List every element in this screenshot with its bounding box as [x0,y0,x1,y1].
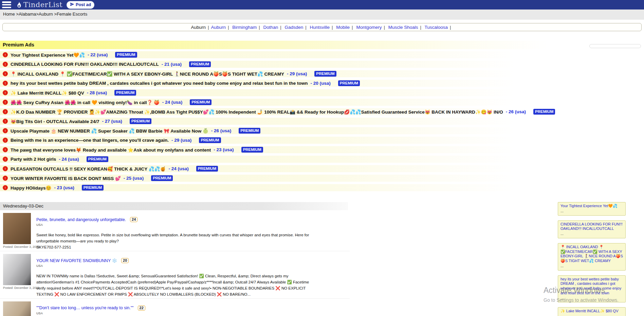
premium-ad-row[interactable]: ↑ Upscale Playmate 🎂 NEW NUMBER 💦 Super … [0,127,644,134]
listing-age-badge: 20 [121,258,129,263]
bump-up-icon: ↑ [3,119,8,124]
premium-ad-row[interactable]: ↑ 🌺🌺 Sexy CuRvy Asian 🌺🌺 in call 🧡 visit… [0,99,644,106]
premium-ad-title-link[interactable]: Upscale Playmate 🎂 NEW NUMBER 💦 Super So… [11,128,208,134]
premium-ad-title-link[interactable]: The pawg that everyone loves🦊 Ready and … [11,147,211,153]
listing-title-link[interactable]: ""Don't stare too long… unless you're re… [36,305,134,310]
premium-ad-title-link[interactable]: 🌺🌺 Sexy CuRvy Asian 🌺🌺 in call 🧡 visitin… [11,100,160,105]
premium-ad-title-link[interactable]: Your Tightest Experience Yet🧡💦 [11,52,85,58]
listing-item: Posted: December 3, 2025 ""Don't stare t… [0,299,350,316]
city-link[interactable]: Montgomery [356,25,382,30]
premium-ad-row[interactable]: ↑ hey its your best wettes petite baby D… [0,80,644,87]
premium-ad-title-link[interactable]: PLEASANTON OUTCALLS !! SEXY KOREAN🥰 THIC… [11,166,166,172]
listing-body: ""Don't stare too long… unless you're re… [36,301,350,316]
listing-location: USA [36,223,350,226]
premium-ad-row[interactable]: ↑ Party with 2 Hot girls - 24 (usa) PREM… [0,156,644,163]
premium-badge: PREMIUM [190,99,211,105]
sidebar-ad-box[interactable]: 📍 INCALL OAKLAND 📍 ✅FACETIME/CAR✅ WITH A… [558,243,626,271]
sidebar-ad-link[interactable]: hey its your best wettes petite baby DRE… [560,277,623,296]
city-link[interactable]: Auburn [211,25,226,30]
city-link[interactable]: Muscle Shoals [388,25,418,30]
post-ad-label: Post ad [76,2,91,7]
premium-ad-title-link[interactable]: 📍 INCALL OAKLAND 📍 ✅FACETIME/CAR✅ WITH A… [11,71,284,77]
premium-ads-section: Premium Ads ↑ Your Tightest Experience Y… [0,41,644,191]
listing-location: USA [36,264,350,268]
premium-ad-age: - 21 (usa) [162,62,182,67]
sidebar-ad-box[interactable]: hey its your best wettes petite baby DRE… [558,275,626,303]
premium-ad-age: - 26 (usa) [506,109,526,114]
city-separator: | [450,25,451,30]
premium-ad-row[interactable]: ↑ Being with me is an experience—one tha… [0,137,644,144]
premium-ad-title-link[interactable]: Being with me is an experience—one that … [11,138,169,143]
listing-description: Sweet like honey, bold like espresso. Pe… [36,232,314,244]
listing-thumb-column: Posted: December 3, 2025 [3,254,32,297]
premium-ad-row[interactable]: ↑ PLEASANTON OUTCALLS !! SEXY KOREAN🥰 TH… [0,165,644,172]
sidebar-ad-link[interactable]: 📍 INCALL OAKLAND 📍 ✅FACETIME/CAR✅ WITH A… [560,245,623,263]
city-nav-bar: Auburn | Auburn| Birmingham| Dothan| Gad… [2,23,642,31]
premium-ad-age: - 24 (usa) [162,100,182,105]
site-logo[interactable]: TinderList [15,1,62,9]
brand-name: TinderList [23,1,62,9]
premium-ad-age: - 20 (usa) [310,81,330,86]
premium-ad-row[interactable]: ↑ CINDERELLA LOOKING FOR FUN!!! OAKLAND!… [0,61,644,68]
bump-up-icon: ↑ [3,90,8,95]
premium-ad-row[interactable]: ↑ ✨ Lake Merritt INCALL✨ $80 QV - 28 (us… [0,89,644,96]
city-link[interactable]: Tuscaloosa [425,25,448,30]
premium-ad-row[interactable]: ↑ The pawg that everyone loves🦊 Ready an… [0,146,644,153]
sidebar-ad-link[interactable]: ✨ Lake Merritt INCALL✨ $80 QV [560,309,623,314]
premium-ad-age: - 24 (usa) [168,166,188,171]
listing-thumbnail[interactable] [3,301,31,316]
sidebar-ad-more: ... [560,314,623,316]
sidebar-ad-box[interactable]: Your Tightest Experience Yet🧡💦 ... [558,202,626,216]
premium-ad-row[interactable]: ↑ Happy HOlidays😊 - 23 (usa) PREMIUM [0,184,644,191]
premium-ad-age: - 23 (usa) [54,185,74,190]
premium-ad-title-link[interactable]: ✨ Lake Merritt INCALL✨ $80 QV [11,90,84,96]
premium-ad-title-link[interactable]: CINDERELLA LOOKING FOR FUN!!! OAKLAND!!!… [11,62,159,67]
city-link[interactable]: Mobile [336,25,350,30]
premium-badge: PREMIUM [82,185,104,191]
empty-input-box[interactable] [589,44,641,48]
premium-ad-title-link[interactable]: Party with 2 Hot girls [11,157,56,162]
listing-item: Posted: December 3, 2025 Petite, brunett… [0,210,350,251]
bump-up-icon: ↑ [3,71,8,76]
listing-thumbnail[interactable] [3,213,31,244]
bump-up-icon: ↑ [3,176,8,181]
listing-thumb-column: Posted: December 3, 2025 [3,213,32,250]
bump-up-icon: ↑ [3,62,8,67]
city-link[interactable]: Huntsville [310,25,330,30]
sidebar-ad-box[interactable]: CINDERELLA LOOKING FOR FUN!!! OAKLAND!!!… [558,220,626,238]
premium-ad-title-link[interactable]: Happy HOlidays😊 [11,185,51,191]
sidebar-ad-link[interactable]: Your Tightest Experience Yet🧡💦 [560,204,623,209]
premium-ad-age: - 25 (usa) [124,176,144,181]
city-link[interactable]: Birmingham [232,25,257,30]
premium-ad-row[interactable]: ↑ ✨K.O Daa NUMBER 🏆 PROVIDER 💆✨💕AMAZING … [0,108,644,115]
listing-posted-date: Posted: December 3, 2025 [3,286,32,290]
premium-ad-row[interactable]: ↑ YOUR WINTER FAVORITE IS BACK DONT MISS… [0,175,644,182]
bump-up-icon: ↑ [3,166,8,171]
post-ad-button[interactable]: Post ad [67,1,94,9]
premium-ad-age: - 23 (usa) [214,147,234,152]
city-separator: | [420,25,422,30]
breadcrumb[interactable]: Home >Alabama>Auburn >Female Escorts [0,9,644,20]
listing-body: Petite, brunette, and dangerously unforg… [36,213,350,250]
premium-ad-row[interactable]: ↑ 😻Big Tits Girl - OUTCALL Available 24/… [0,118,644,125]
premium-ad-row[interactable]: ↑ 📍 INCALL OAKLAND 📍 ✅FACETIME/CAR✅ WITH… [0,70,644,77]
bump-up-icon: ↑ [3,147,8,152]
listing-age-badge: 24 [130,217,137,222]
sidebar-ad-more: ... [560,296,623,301]
city-separator: | [228,25,229,30]
sidebar-ad-link[interactable]: CINDERELLA LOOKING FOR FUN!!! OAKLAND!!!… [560,222,623,232]
premium-badge: PREMIUM [151,175,173,181]
hamburger-menu-icon[interactable] [2,1,11,8]
city-link[interactable]: Dothan [263,25,278,30]
premium-ad-title-link[interactable]: hey its your best wettes petite baby DRE… [11,81,308,86]
listing-age-badge: 22 [138,305,145,311]
premium-ad-title-link[interactable]: 😻Big Tits Girl - OUTCALL Available 24/7 [11,119,99,124]
listing-title-link[interactable]: Petite, brunette, and dangerously unforg… [36,217,126,222]
listing-title-link[interactable]: YOUR NEW FAVORITE SNOWBUNNY ❄️ [36,258,117,263]
premium-ad-row[interactable]: ↑ Your Tightest Experience Yet🧡💦 - 22 (u… [0,51,644,58]
sidebar-ad-box[interactable]: ✨ Lake Merritt INCALL✨ $80 QV ... [558,307,626,316]
listing-thumbnail[interactable] [3,254,31,285]
premium-ad-title-link[interactable]: YOUR WINTER FAVORITE IS BACK DONT MISS 💕 [11,176,121,181]
premium-ad-title-link[interactable]: ✨K.O Daa NUMBER 🏆 PROVIDER 💆✨💕AMAZING Th… [11,109,503,115]
city-link[interactable]: Gadsden [284,25,303,30]
